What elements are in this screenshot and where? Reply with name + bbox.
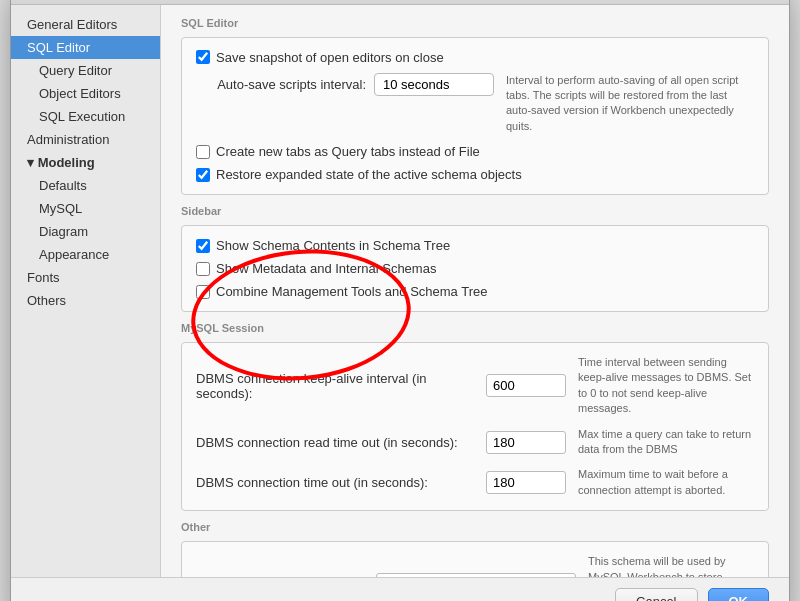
combine-tools-checkbox[interactable]	[196, 285, 210, 299]
sidebar-section: Show Schema Contents in Schema Tree Show…	[181, 225, 769, 312]
show-schema-label: Show Schema Contents in Schema Tree	[216, 238, 450, 253]
autosave-select[interactable]: 10 seconds 5 seconds 30 seconds 60 secon…	[374, 73, 494, 96]
sql-editor-section-label: SQL Editor	[181, 17, 769, 29]
show-schema-checkbox[interactable]	[196, 239, 210, 253]
sidebar-item-general-editors[interactable]: General Editors	[11, 13, 160, 36]
save-snapshot-row: Save snapshot of open editors on close	[196, 50, 754, 65]
show-schema-row: Show Schema Contents in Schema Tree	[196, 238, 754, 253]
keepalive-help: Time interval between sending keep-alive…	[578, 355, 754, 417]
connect-timeout-row: DBMS connection time out (in seconds): M…	[196, 467, 754, 498]
read-timeout-input[interactable]	[486, 431, 566, 454]
internal-schema-help: This schema will be used by MySQL Workbe…	[588, 554, 754, 576]
sidebar-item-object-editors[interactable]: Object Editors	[11, 82, 160, 105]
combine-tools-label: Combine Management Tools and Schema Tree	[216, 284, 487, 299]
show-metadata-row: Show Metadata and Internal Schemas	[196, 261, 754, 276]
sidebar-item-others[interactable]: Others	[11, 289, 160, 312]
sidebar: General Editors SQL Editor Query Editor …	[11, 5, 161, 577]
restore-state-label: Restore expanded state of the active sch…	[216, 167, 522, 182]
autosave-label: Auto-save scripts interval:	[196, 77, 366, 92]
sidebar-section-label: Sidebar	[181, 205, 769, 217]
autosave-select-wrapper: 10 seconds 5 seconds 30 seconds 60 secon…	[374, 73, 494, 96]
ok-button[interactable]: OK	[708, 588, 770, 602]
read-timeout-help: Max time a query can take to return data…	[578, 427, 754, 458]
show-metadata-label: Show Metadata and Internal Schemas	[216, 261, 436, 276]
connect-timeout-label: DBMS connection time out (in seconds):	[196, 475, 486, 490]
mysql-session-section-label: MySQL Session	[181, 322, 769, 334]
other-section-label: Other	[181, 521, 769, 533]
sidebar-item-modeling[interactable]: ▾ Modeling	[11, 151, 160, 174]
sidebar-item-sql-editor[interactable]: SQL Editor	[11, 36, 160, 59]
read-timeout-label: DBMS connection read time out (in second…	[196, 435, 486, 450]
keepalive-input[interactable]	[486, 374, 566, 397]
sidebar-item-sql-execution[interactable]: SQL Execution	[11, 105, 160, 128]
preferences-window: Workbench Preferences General Editors SQ…	[10, 0, 790, 601]
create-tabs-label: Create new tabs as Query tabs instead of…	[216, 144, 480, 159]
save-snapshot-checkbox[interactable]	[196, 50, 210, 64]
main-wrapper: SQL Editor Save snapshot of open editors…	[161, 5, 789, 577]
keepalive-row: DBMS connection keep-alive interval (in …	[196, 355, 754, 417]
other-section: Internal Workbench Schema: This schema w…	[181, 541, 769, 576]
autosave-help: Interval to perform auto-saving of all o…	[506, 73, 754, 135]
create-tabs-row: Create new tabs as Query tabs instead of…	[196, 144, 754, 159]
cancel-button[interactable]: Cancel	[615, 588, 697, 602]
connect-timeout-help: Maximum time to wait before a connection…	[578, 467, 754, 498]
keepalive-label: DBMS connection keep-alive interval (in …	[196, 371, 486, 401]
connect-timeout-input[interactable]	[486, 471, 566, 494]
sidebar-item-appearance[interactable]: Appearance	[11, 243, 160, 266]
sidebar-item-query-editor[interactable]: Query Editor	[11, 59, 160, 82]
internal-schema-input[interactable]	[376, 573, 576, 576]
main-content: SQL Editor Save snapshot of open editors…	[161, 5, 789, 577]
read-timeout-row: DBMS connection read time out (in second…	[196, 427, 754, 458]
mysql-session-section: DBMS connection keep-alive interval (in …	[181, 342, 769, 511]
sidebar-item-mysql[interactable]: MySQL	[11, 197, 160, 220]
show-metadata-checkbox[interactable]	[196, 262, 210, 276]
save-snapshot-label: Save snapshot of open editors on close	[216, 50, 444, 65]
create-tabs-checkbox[interactable]	[196, 145, 210, 159]
sidebar-item-fonts[interactable]: Fonts	[11, 266, 160, 289]
content-area: General Editors SQL Editor Query Editor …	[11, 5, 789, 577]
internal-schema-row: Internal Workbench Schema: This schema w…	[196, 554, 754, 576]
combine-tools-row: Combine Management Tools and Schema Tree	[196, 284, 754, 299]
sidebar-item-diagram[interactable]: Diagram	[11, 220, 160, 243]
sidebar-item-administration[interactable]: Administration	[11, 128, 160, 151]
sidebar-item-defaults[interactable]: Defaults	[11, 174, 160, 197]
restore-state-row: Restore expanded state of the active sch…	[196, 167, 754, 182]
restore-state-checkbox[interactable]	[196, 168, 210, 182]
footer: Cancel OK	[11, 577, 789, 602]
sql-editor-section: Save snapshot of open editors on close A…	[181, 37, 769, 196]
